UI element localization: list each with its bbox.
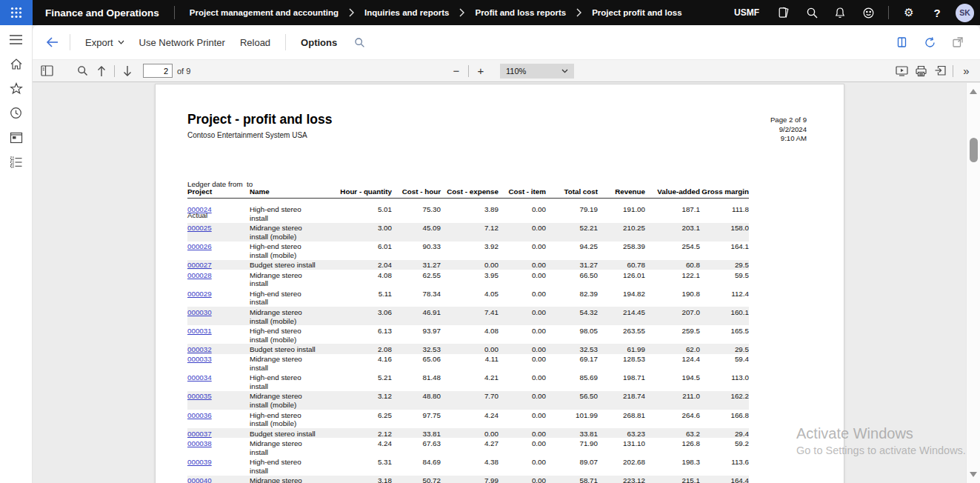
breadcrumb-item-module[interactable]: Project management and accounting [190,8,339,17]
value-cell: 66.50 [546,270,598,288]
breadcrumb-item-group[interactable]: Profit and loss reports [475,8,566,17]
notifications-bell-icon[interactable] [826,0,854,25]
project-link[interactable]: 000040 [187,476,212,483]
value-cell: 7.70 [441,391,499,410]
project-link[interactable]: 000031 [187,327,212,335]
value-cell: 75.30 [392,199,441,223]
export-button[interactable]: Export [78,33,132,53]
scroll-up-arrow-icon[interactable] [970,89,977,94]
save-icon[interactable] [930,62,950,80]
project-id-cell: 000031 [187,325,250,344]
value-cell: 3.18 [325,476,392,483]
open-in-new-window-icon[interactable] [949,33,967,51]
value-cell: 54.32 [546,307,598,325]
sidebar-toggle-icon[interactable] [37,62,56,80]
use-network-printer-button[interactable]: Use Network Printer [132,33,233,53]
project-link[interactable]: 000029 [187,290,212,298]
table-row: 000027Budget stereo install2.0431.270.00… [187,260,749,270]
refresh-icon[interactable] [921,33,939,51]
scroll-down-arrow-icon[interactable] [970,472,977,477]
value-cell: 63.2 [645,428,700,438]
value-cell: 3.12 [325,391,392,410]
project-id-cell: 000030 [187,307,250,325]
project-link[interactable]: 000034 [187,373,212,382]
recent-clock-icon[interactable] [4,101,29,125]
home-icon[interactable] [4,52,29,76]
project-link[interactable]: 000037 [187,430,212,438]
value-cell: 48.80 [392,391,441,410]
page-number-input[interactable] [143,64,173,78]
presentation-mode-icon[interactable] [892,62,911,80]
form-window-icon[interactable] [4,125,29,150]
project-link[interactable]: 000025 [187,224,212,232]
value-cell: 32.53 [392,344,441,353]
table-row: 000029High-end stereo install5.1178.344.… [187,288,749,307]
app-launcher-icon[interactable] [0,0,33,25]
app-title[interactable]: Finance and Operations [45,7,159,19]
workspaces-list-icon[interactable] [4,150,29,174]
reload-button[interactable]: Reload [233,33,278,53]
action-pane: Export Use Network Printer Reload Option… [33,25,980,59]
project-link[interactable]: 000024 [187,205,212,213]
value-cell: 90.33 [392,242,441,260]
value-cell: 89.07 [546,457,598,476]
company-selector[interactable]: USMF [734,7,759,18]
find-in-document-icon[interactable] [73,62,92,80]
search-icon[interactable] [798,0,826,25]
project-link[interactable]: 000036 [187,411,212,419]
value-cell: 61.99 [598,344,645,353]
project-id-cell: 000040 [187,476,250,483]
user-avatar[interactable]: SK [956,4,974,22]
value-cell: 111.8 [700,199,749,223]
project-name-cell: Midrange stereo install (mobile) [250,223,325,242]
more-tools-icon[interactable]: » [956,62,976,80]
project-link[interactable]: 000033 [187,355,212,363]
help-icon[interactable]: ? [923,0,951,25]
zoom-out-button[interactable]: − [447,62,465,80]
settings-gear-icon[interactable]: ⚙ [895,0,923,25]
hamburger-menu-icon[interactable] [4,27,29,52]
back-arrow-icon[interactable] [43,33,62,52]
table-row: 000030Midrange stereo install (mobile)3.… [187,307,749,325]
favorites-star-icon[interactable] [4,76,29,101]
project-link[interactable]: 000038 [187,439,212,447]
project-link[interactable]: 000030 [187,308,212,316]
journal-icon[interactable] [770,0,798,25]
zoom-level-select[interactable]: 110% [500,64,574,79]
print-icon[interactable] [911,62,930,80]
value-cell: 58.71 [546,476,598,483]
next-page-arrow-icon[interactable] [118,62,137,80]
project-link[interactable]: 000035 [187,392,212,400]
attachments-icon[interactable] [893,33,910,51]
project-link[interactable]: 000027 [187,261,212,269]
previous-page-arrow-icon[interactable] [92,62,111,80]
value-cell: 4.11 [441,354,499,373]
zoom-in-button[interactable]: + [472,62,490,80]
value-cell: 0.00 [499,476,546,483]
col-header-cost-item: Cost - item [499,186,546,199]
action-search-icon[interactable] [350,33,368,51]
project-link[interactable]: 000039 [187,458,212,466]
value-cell: 71.90 [546,438,598,456]
breadcrumb-item-page[interactable]: Project profit and loss [592,8,681,17]
table-row: 000026High-end stereo install (mobile)6.… [187,242,749,260]
breadcrumb-item-section[interactable]: Inquiries and reports [364,8,449,17]
options-button[interactable]: Options [293,33,344,53]
scrollbar-thumb[interactable] [970,138,978,162]
project-name-cell: Midrange stereo install [250,270,325,288]
value-cell: 198.3 [645,457,700,476]
value-cell: 6.01 [325,242,392,260]
value-cell: 162.2 [700,391,749,410]
value-cell: 0.00 [499,457,546,476]
project-id-cell: 000036 [187,410,250,428]
project-link[interactable]: 000028 [187,271,212,279]
value-cell: 198.71 [598,373,645,391]
vertical-scrollbar[interactable] [966,83,980,483]
zoom-controls: − + 110% [447,60,574,81]
action-pane-divider [70,34,70,50]
project-link[interactable]: 000026 [187,242,212,250]
project-name-cell: Midrange stereo install (mobile) [250,476,325,483]
project-link[interactable]: 000032 [187,345,212,353]
feedback-smiley-icon[interactable] [854,0,882,25]
value-cell: 2.08 [325,344,392,353]
